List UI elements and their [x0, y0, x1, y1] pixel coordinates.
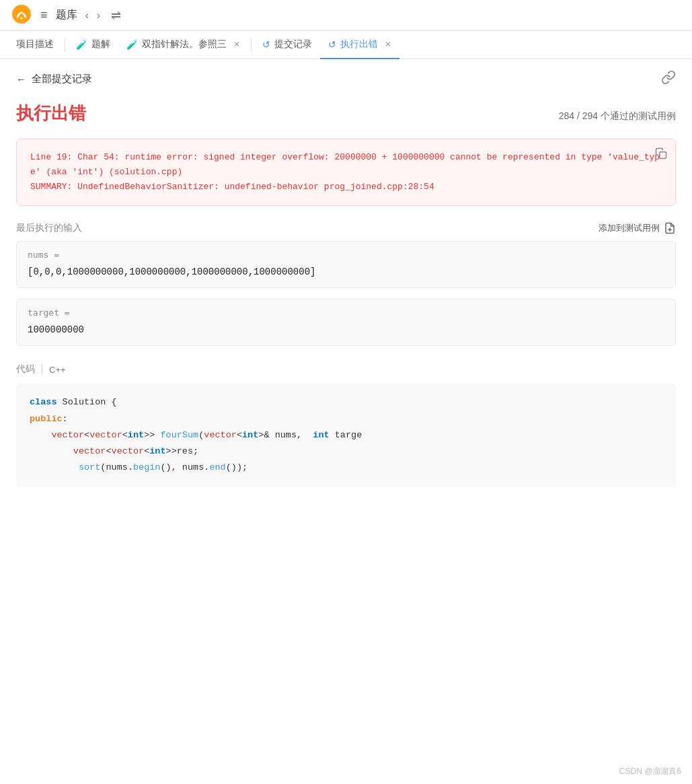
tab-submissions-label: 提交记录	[274, 38, 312, 50]
svg-rect-2	[660, 152, 666, 159]
two-pointer-icon: 🧪	[126, 39, 138, 50]
tab-description-label: 项目描述	[16, 38, 54, 50]
tab-two-pointer-label: 双指针解法。参照三	[142, 38, 227, 50]
add-test-label: 添加到测试用例	[599, 222, 660, 234]
kw-class: class	[30, 397, 57, 407]
code-line-2: public:	[30, 411, 662, 427]
nav-label: 题库	[56, 8, 77, 22]
watermark: CSDN @溜溜真6	[619, 766, 681, 777]
tab-two-pointer[interactable]: 🧪 双指针解法。参照三 ✕	[118, 31, 248, 59]
tab-divider-1	[65, 38, 65, 52]
svg-point-1	[21, 17, 23, 19]
kw-public: public	[30, 414, 63, 424]
submissions-icon: ↺	[262, 39, 270, 50]
error-title: 执行出错	[16, 102, 86, 125]
tab-bar: 项目描述 🧪 题解 🧪 双指针解法。参照三 ✕ ↺ 提交记录 ↺ 执行出错 ✕	[0, 31, 692, 59]
target-value: 1000000000	[28, 323, 664, 337]
tab-runtime-error-label: 执行出错	[340, 38, 378, 50]
class-name: Solution {	[57, 397, 117, 407]
tab-description[interactable]: 项目描述	[8, 31, 62, 59]
share-link-icon[interactable]	[661, 70, 676, 88]
target-input-box: target = 1000000000	[16, 299, 676, 346]
nums-input-box: nums = [0,0,0,1000000000,1000000000,1000…	[16, 241, 676, 288]
copy-icon[interactable]	[655, 147, 667, 162]
tab-runtime-error-close[interactable]: ✕	[385, 40, 391, 49]
add-test-button[interactable]: 添加到测试用例	[599, 222, 676, 234]
error-header: 执行出错 284 / 294 个通过的测试用例	[16, 102, 676, 125]
last-input-section: 最后执行的输入 添加到测试用例	[16, 222, 676, 234]
tab-solution-label: 题解	[91, 38, 110, 50]
prev-arrow[interactable]: ‹	[85, 9, 89, 22]
top-nav: ≡ 题库 ‹ › ⇌	[0, 0, 692, 31]
list-icon[interactable]: ≡	[40, 8, 48, 22]
tab-solution[interactable]: 🧪 题解	[68, 31, 118, 59]
logo[interactable]	[11, 3, 32, 28]
lang-label: C++	[49, 365, 66, 375]
code-label: 代码	[16, 363, 35, 376]
add-test-icon	[664, 222, 676, 234]
back-arrow-icon: ←	[16, 73, 26, 85]
tab-two-pointer-close[interactable]: ✕	[233, 40, 240, 49]
code-block: class Solution { public: vector<vector<i…	[16, 384, 676, 487]
error-box: Line 19: Char 54: runtime error: signed …	[16, 139, 676, 206]
back-label: 全部提交记录	[32, 73, 92, 85]
colon: :	[63, 414, 68, 424]
code-line-5: sort(nums.begin(), nums.end());	[30, 460, 662, 476]
tab-runtime-error[interactable]: ↺ 执行出错 ✕	[320, 31, 399, 59]
test-count: 284 / 294 个通过的测试用例	[559, 110, 676, 122]
svg-point-0	[12, 5, 31, 24]
back-button[interactable]: ← 全部提交记录	[16, 73, 92, 85]
nums-value: [0,0,0,1000000000,1000000000,1000000000,…	[28, 265, 664, 279]
shuffle-icon[interactable]: ⇌	[111, 8, 121, 23]
solution-icon: 🧪	[76, 39, 87, 50]
back-bar: ← 全部提交记录	[16, 70, 676, 88]
error-message: Line 19: Char 54: runtime error: signed …	[30, 150, 662, 194]
tab-divider-2	[251, 38, 252, 52]
nums-label: nums =	[28, 250, 664, 260]
code-separator	[42, 365, 42, 374]
next-arrow[interactable]: ›	[97, 9, 100, 22]
code-line-3: vector<vector<int>> fourSum(vector<int>&…	[30, 427, 662, 443]
last-input-label: 最后执行的输入	[16, 222, 82, 234]
code-section-header: 代码 C++	[16, 357, 676, 376]
target-label: target =	[28, 308, 664, 318]
code-line-1: class Solution {	[30, 394, 662, 411]
tab-submissions[interactable]: ↺ 提交记录	[254, 31, 320, 59]
main-content: ← 全部提交记录 执行出错 284 / 294 个通过的测试用例 Line 19…	[0, 59, 692, 498]
code-line-4: vector<vector<int>>res;	[30, 443, 662, 460]
runtime-error-icon: ↺	[328, 39, 336, 50]
